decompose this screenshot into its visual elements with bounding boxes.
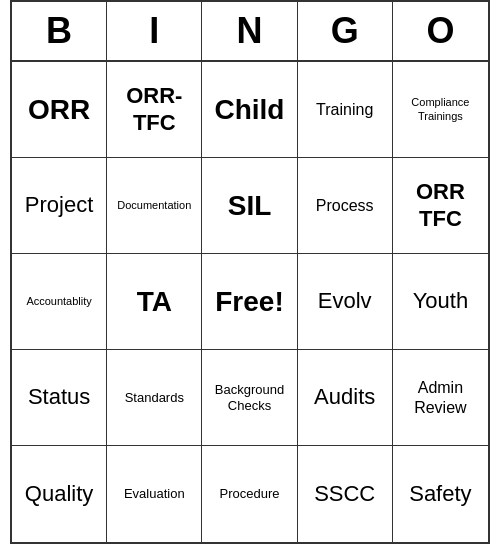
header-letter-g: G — [298, 2, 393, 60]
bingo-grid: ORRORR-TFCChildTrainingCompliance Traini… — [12, 62, 488, 542]
cell-13: Evolv — [298, 254, 393, 350]
header-letter-b: B — [12, 2, 107, 60]
header-letter-n: N — [202, 2, 297, 60]
cell-24: Safety — [393, 446, 488, 542]
cell-11: TA — [107, 254, 202, 350]
cell-5: Project — [12, 158, 107, 254]
cell-22: Procedure — [202, 446, 297, 542]
cell-2: Child — [202, 62, 297, 158]
cell-6: Documentation — [107, 158, 202, 254]
cell-15: Status — [12, 350, 107, 446]
cell-0: ORR — [12, 62, 107, 158]
header-letter-o: O — [393, 2, 488, 60]
cell-20: Quality — [12, 446, 107, 542]
cell-7: SIL — [202, 158, 297, 254]
cell-14: Youth — [393, 254, 488, 350]
cell-1: ORR-TFC — [107, 62, 202, 158]
cell-23: SSCC — [298, 446, 393, 542]
cell-16: Standards — [107, 350, 202, 446]
cell-19: Admin Review — [393, 350, 488, 446]
cell-8: Process — [298, 158, 393, 254]
cell-3: Training — [298, 62, 393, 158]
bingo-header: BINGO — [12, 2, 488, 62]
cell-21: Evaluation — [107, 446, 202, 542]
cell-17: Background Checks — [202, 350, 297, 446]
bingo-card: BINGO ORRORR-TFCChildTrainingCompliance … — [10, 0, 490, 544]
cell-9: ORR TFC — [393, 158, 488, 254]
cell-10: Accountablity — [12, 254, 107, 350]
cell-4: Compliance Trainings — [393, 62, 488, 158]
cell-18: Audits — [298, 350, 393, 446]
header-letter-i: I — [107, 2, 202, 60]
cell-12: Free! — [202, 254, 297, 350]
